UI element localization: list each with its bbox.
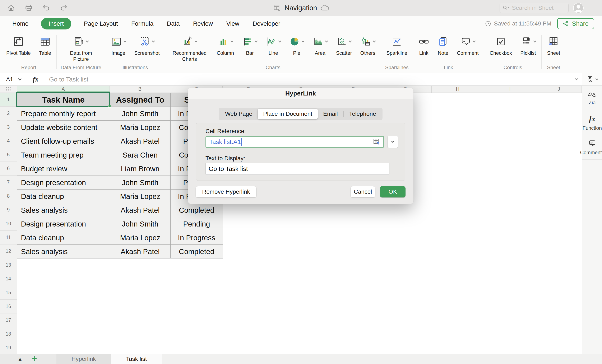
cell[interactable]: Akash Patel (110, 245, 171, 258)
undo-icon[interactable] (42, 4, 51, 12)
image-button[interactable]: Image (111, 34, 126, 56)
tab-place-in-document[interactable]: Place in Document (258, 109, 318, 119)
text-to-display-input[interactable] (205, 163, 389, 175)
cell[interactable]: Team meeting prep (17, 148, 110, 162)
remove-hyperlink-button[interactable]: Remove Hyperlink (196, 186, 257, 197)
comment-button[interactable]: Comment (457, 34, 479, 56)
menu-home[interactable]: Home (11, 18, 29, 29)
cell[interactable]: Design presentation (17, 217, 110, 231)
cell[interactable]: Maria Lopez (110, 190, 171, 203)
row-header[interactable]: 8 (0, 189, 17, 203)
note-button[interactable]: Note (438, 34, 449, 56)
chevron-down-icon[interactable] (86, 40, 89, 43)
ok-button[interactable]: OK (380, 186, 406, 197)
bar-chart-button[interactable]: Bar (242, 34, 257, 56)
area-chart-button[interactable]: Area (312, 34, 328, 56)
cell[interactable]: Data cleanup (17, 190, 110, 203)
recommended-charts-button[interactable]: Recommended Charts (171, 34, 208, 62)
column-chart-button[interactable]: Column (217, 34, 234, 56)
cell[interactable]: John Smith (110, 107, 171, 121)
row-header[interactable]: 6 (0, 162, 17, 175)
checkbox-button[interactable]: Checkbox (490, 34, 512, 56)
column-header-a[interactable]: A (17, 86, 110, 93)
data-from-picture-button[interactable]: Data from Picture (62, 34, 100, 62)
menu-page-layout[interactable]: Page Layout (83, 18, 119, 29)
chevron-down-icon[interactable] (195, 40, 197, 43)
select-all-corner[interactable] (0, 86, 17, 93)
cell[interactable]: Update website content (17, 121, 110, 134)
cell[interactable]: Akash Patel (110, 134, 171, 148)
row-header[interactable]: 9 (0, 203, 17, 217)
share-button[interactable]: Share (557, 18, 594, 29)
row-header[interactable]: 16 (0, 300, 17, 313)
row-header[interactable]: 18 (0, 327, 17, 341)
column-header-i[interactable]: I (484, 86, 536, 93)
column-header-h[interactable]: H (432, 86, 484, 93)
cell[interactable]: In Progress (171, 231, 223, 245)
cell[interactable]: Completed (171, 203, 223, 217)
cell[interactable]: Sales analysis (17, 203, 110, 217)
sidebar-item-comments[interactable]: Comments (582, 135, 602, 160)
other-charts-button[interactable]: Others (360, 34, 375, 56)
add-sheet-button[interactable]: + (32, 354, 37, 363)
cell[interactable]: Completed (171, 245, 223, 258)
formula-bar-collapse[interactable] (575, 77, 582, 81)
pie-chart-button[interactable]: Pie (289, 34, 304, 56)
line-chart-button[interactable]: Line (266, 34, 281, 56)
cell[interactable]: Design presentation (17, 176, 110, 190)
cell[interactable]: Akash Patel (110, 203, 171, 217)
sheet-view-button[interactable] (582, 73, 602, 86)
sheet-tab-task-list[interactable]: Task list (111, 354, 162, 364)
chevron-down-icon[interactable] (533, 40, 536, 43)
row-header[interactable]: 4 (0, 134, 17, 148)
column-header-j[interactable]: J (536, 86, 582, 93)
menu-view[interactable]: View (225, 18, 240, 29)
sheet-tab-hyperlink[interactable]: Hyperlink (56, 354, 111, 364)
name-box[interactable]: A1 (0, 76, 27, 83)
chevron-down-icon[interactable] (152, 40, 155, 43)
row-header[interactable]: 7 (0, 175, 17, 189)
row-header[interactable]: 11 (0, 231, 17, 245)
table-button[interactable]: Table (39, 34, 51, 56)
formula-input[interactable]: Go to Task list (44, 76, 575, 83)
cell[interactable]: Sara Chen (110, 148, 171, 162)
cell[interactable]: John Smith (110, 176, 171, 190)
search-input[interactable] (512, 5, 558, 11)
cell-reference-input[interactable]: Task list.A1 (205, 136, 384, 148)
menu-formula[interactable]: Formula (130, 18, 154, 29)
cell[interactable]: Prepare monthly report (17, 107, 110, 121)
chevron-down-icon[interactable] (278, 40, 281, 43)
chevron-down-icon[interactable] (302, 40, 305, 43)
fx-icon[interactable]: fx (27, 75, 44, 83)
row-header[interactable]: 14 (0, 272, 17, 286)
chevron-down-icon[interactable] (349, 40, 352, 43)
menu-insert[interactable]: Insert (41, 18, 71, 30)
cell-reference-dropdown[interactable] (387, 136, 398, 148)
tab-telephone[interactable]: Telephone (344, 109, 381, 119)
chevron-down-icon[interactable] (373, 40, 376, 43)
chevron-down-icon[interactable] (18, 77, 22, 80)
menu-data[interactable]: Data (166, 18, 180, 29)
cell-a1[interactable]: Task Name (17, 93, 110, 107)
cell[interactable]: John Smith (110, 217, 171, 231)
link-button[interactable]: Link (419, 34, 429, 56)
row-header[interactable]: 12 (0, 245, 17, 258)
sidebar-item-function[interactable]: fx Function (582, 110, 602, 135)
cell-b1[interactable]: Assigned To (110, 93, 171, 107)
cell[interactable]: Maria Lopez (110, 121, 171, 134)
column-header-b[interactable]: B (110, 86, 170, 93)
cell[interactable]: Data cleanup (17, 231, 110, 245)
sheet-list-button[interactable]: ▲ (18, 356, 22, 362)
cell[interactable]: Budget review (17, 162, 110, 176)
home-icon[interactable] (7, 4, 15, 12)
row-header[interactable]: 15 (0, 286, 17, 300)
avatar[interactable] (573, 3, 584, 13)
row-header[interactable]: 3 (0, 120, 17, 134)
cell[interactable]: Pending (171, 217, 223, 231)
row-header[interactable]: 13 (0, 258, 17, 272)
cancel-button[interactable]: Cancel (351, 186, 375, 197)
row-header[interactable]: 2 (0, 107, 17, 120)
row-header[interactable]: 1 (0, 93, 17, 107)
print-icon[interactable] (24, 4, 33, 12)
sheet-button[interactable]: Sheet (547, 34, 560, 56)
